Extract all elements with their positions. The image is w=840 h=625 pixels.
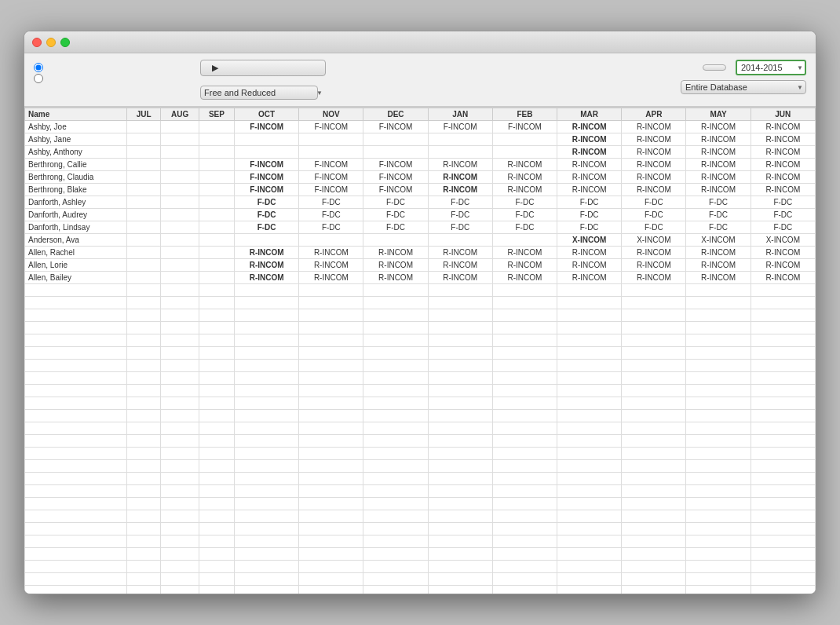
empty-cell: [686, 284, 751, 297]
search-button[interactable]: [703, 64, 726, 71]
empty-cell: [622, 435, 686, 448]
toolbar: ▶ Free and Reduced Free Reduced All: [24, 53, 816, 107]
radio-current-month-input[interactable]: [34, 74, 43, 83]
report-status-select[interactable]: Free and Reduced Free Reduced All: [200, 86, 318, 100]
empty-cell: [299, 435, 363, 448]
cell-value: F-DC: [751, 196, 815, 209]
close-button[interactable]: [32, 38, 42, 47]
empty-cell: [428, 548, 492, 561]
empty-cell: [557, 498, 622, 510]
cell-value: R-INCOM: [299, 272, 363, 284]
empty-cell: [686, 410, 751, 422]
maximize-button[interactable]: [60, 38, 70, 47]
radio-current-and-preceding[interactable]: [34, 63, 191, 72]
minimize-button[interactable]: [46, 38, 56, 47]
empty-cell: [199, 498, 234, 510]
empty-cell: [299, 347, 363, 360]
cell-value: [127, 234, 161, 247]
arrow-icon: ▶: [212, 63, 218, 73]
empty-cell: [199, 586, 234, 594]
cell-value: F-INCOM: [235, 171, 299, 184]
empty-cell: [235, 410, 299, 422]
cell-value: R-INCOM: [622, 146, 686, 159]
content-area: Name JUL AUG SEP OCT NOV DEC JAN FEB MAR…: [24, 107, 816, 594]
empty-cell: [127, 485, 161, 498]
cell-value: [428, 133, 492, 146]
empty-cell: [751, 360, 815, 372]
empty-cell: [199, 435, 234, 448]
year-select[interactable]: 2014-2015 2013-2014 2015-2016: [736, 60, 806, 75]
cell-value: F-DC: [235, 209, 299, 221]
empty-cell: [363, 284, 428, 297]
cell-value: [161, 133, 199, 146]
empty-cell: [161, 297, 199, 309]
cell-value: R-INCOM: [299, 259, 363, 272]
empty-row: [25, 485, 816, 498]
cell-value: R-INCOM: [686, 259, 751, 272]
cell-value: R-INCOM: [557, 247, 622, 259]
empty-cell: [199, 460, 234, 473]
col-sep: SEP: [199, 108, 234, 121]
cell-name: Allen, Rachel: [25, 247, 127, 259]
empty-cell: [492, 460, 557, 473]
cell-value: [161, 272, 199, 284]
col-jul: JUL: [127, 108, 161, 121]
empty-cell: [622, 385, 686, 397]
empty-cell: [751, 397, 815, 410]
empty-cell: [127, 410, 161, 422]
cell-value: [161, 234, 199, 247]
empty-cell: [25, 586, 127, 594]
empty-cell: [299, 485, 363, 498]
empty-cell: [428, 498, 492, 510]
empty-cell: [235, 510, 299, 523]
empty-cell: [428, 561, 492, 573]
empty-cell: [299, 448, 363, 460]
empty-row: [25, 473, 816, 485]
cell-value: [161, 259, 199, 272]
empty-cell: [622, 410, 686, 422]
empty-cell: [622, 360, 686, 372]
cell-value: R-INCOM: [428, 272, 492, 284]
empty-row: [25, 360, 816, 372]
table-header-row: Name JUL AUG SEP OCT NOV DEC JAN FEB MAR…: [25, 108, 816, 121]
table-row: Allen, BaileyR-INCOMR-INCOMR-INCOMR-INCO…: [25, 272, 816, 284]
empty-cell: [557, 548, 622, 561]
radio-current-month[interactable]: [34, 74, 191, 83]
col-name: Name: [25, 108, 127, 121]
cell-value: R-INCOM: [557, 133, 622, 146]
empty-cell: [363, 473, 428, 485]
empty-row: [25, 510, 816, 523]
cell-value: R-INCOM: [557, 146, 622, 159]
cell-value: F-INCOM: [428, 121, 492, 133]
empty-cell: [686, 535, 751, 548]
empty-cell: [428, 322, 492, 334]
table-row: Danforth, AudreyF-DCF-DCF-DCF-DCF-DCF-DC…: [25, 209, 816, 221]
empty-cell: [161, 284, 199, 297]
cell-value: R-INCOM: [751, 184, 815, 196]
cell-value: [199, 221, 234, 234]
empty-cell: [492, 485, 557, 498]
empty-cell: [299, 297, 363, 309]
empty-cell: [199, 397, 234, 410]
cell-value: [127, 196, 161, 209]
cell-value: [299, 234, 363, 247]
empty-cell: [235, 586, 299, 594]
cell-value: [161, 221, 199, 234]
col-feb: FEB: [492, 108, 557, 121]
cell-value: R-INCOM: [686, 159, 751, 171]
empty-cell: [363, 309, 428, 322]
empty-cell: [428, 535, 492, 548]
empty-cell: [199, 297, 234, 309]
cell-value: [161, 184, 199, 196]
radio-current-and-preceding-input[interactable]: [34, 63, 43, 72]
empty-cell: [25, 334, 127, 347]
empty-cell: [686, 460, 751, 473]
empty-cell: [557, 297, 622, 309]
prepare-report-button[interactable]: ▶: [200, 60, 326, 76]
cell-value: [492, 133, 557, 146]
search-group-select[interactable]: Entire Database Group 1 Group 2: [681, 80, 806, 94]
empty-cell: [686, 385, 751, 397]
empty-cell: [235, 523, 299, 535]
empty-cell: [235, 573, 299, 586]
empty-cell: [127, 372, 161, 385]
